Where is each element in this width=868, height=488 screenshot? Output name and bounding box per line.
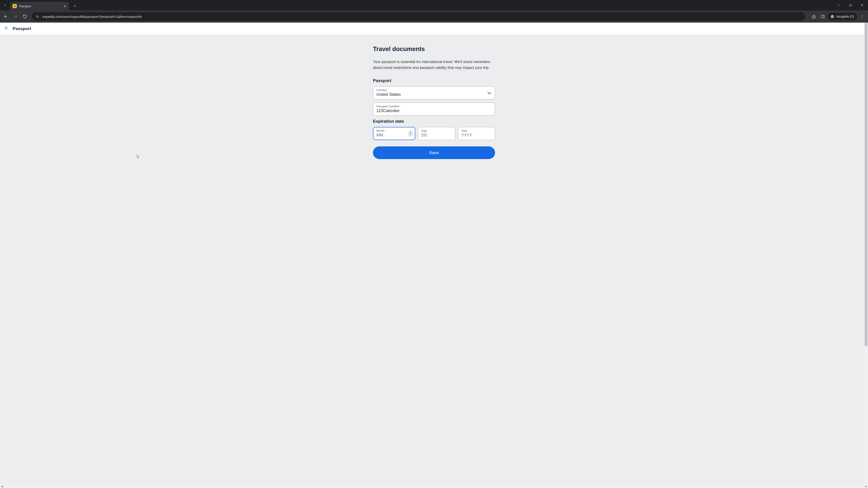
window-controls [833, 0, 868, 10]
page-title: Travel documents [373, 46, 495, 53]
svg-point-6 [36, 15, 37, 16]
required-asterisk: * [399, 105, 400, 108]
page-close-icon[interactable] [4, 26, 8, 31]
expedia-favicon-icon [13, 4, 17, 8]
expiration-month-field[interactable]: Month ▲ ▼ [373, 127, 415, 140]
browser-tab-active[interactable]: Passport ✕ [10, 2, 69, 10]
passport-number-label: Passport number* [376, 105, 492, 108]
country-label: Country [376, 88, 492, 92]
svg-marker-10 [812, 15, 815, 18]
incognito-indicator[interactable]: Incognito (2) [828, 13, 857, 20]
window-maximize-button[interactable] [844, 0, 856, 10]
expiration-year-input[interactable] [461, 133, 492, 138]
tab-search-dropdown[interactable] [0, 0, 10, 10]
hscroll-left-arrow-icon[interactable]: ◀ [0, 484, 4, 488]
passport-form: Travel documents Your passport is essent… [373, 46, 495, 159]
page-header-title: Passport [13, 26, 31, 31]
section-title-expiration: Expiration date [373, 119, 495, 124]
number-spinner[interactable]: ▲ ▼ [408, 131, 412, 136]
browser-toolbar: expedia.com/user/myprofile/passport?pwaA… [0, 10, 868, 23]
svg-point-18 [862, 16, 863, 17]
hscroll-right-arrow-icon[interactable]: ▶ [864, 484, 868, 488]
save-button[interactable]: Save [373, 147, 495, 159]
spinner-down-icon[interactable]: ▼ [409, 133, 412, 136]
section-title-passport: Passport [373, 78, 495, 83]
year-label: Year [461, 129, 492, 132]
expiration-day-field[interactable]: Day [418, 127, 455, 140]
site-settings-icon[interactable] [35, 14, 40, 19]
nav-forward-button[interactable] [11, 12, 20, 21]
new-tab-button[interactable]: + [71, 3, 78, 9]
window-minimize-button[interactable] [833, 0, 844, 10]
month-label: Month [376, 129, 407, 132]
svg-point-14 [831, 17, 832, 18]
address-bar[interactable]: expedia.com/user/myprofile/passport?pwaA… [32, 12, 805, 21]
passport-number-field[interactable]: Passport number* [373, 103, 495, 116]
expiration-year-field[interactable]: Year [458, 127, 495, 140]
vertical-scrollbar[interactable] [864, 23, 868, 484]
page-header-bar: Passport [0, 23, 868, 35]
incognito-icon [830, 14, 835, 19]
svg-point-19 [862, 18, 863, 18]
day-label: Day [421, 129, 452, 132]
passport-number-input[interactable] [376, 108, 492, 113]
svg-rect-11 [821, 15, 825, 18]
tab-title: Passport [19, 4, 31, 8]
country-select[interactable]: Country United States [373, 86, 495, 99]
country-value: United States [376, 92, 492, 97]
incognito-label: Incognito (2) [836, 15, 854, 18]
bookmark-star-icon[interactable] [810, 12, 818, 21]
browser-menu-icon[interactable] [858, 12, 866, 21]
page-viewport: Passport Travel documents Your passport … [0, 23, 868, 484]
tab-close-icon[interactable]: ✕ [64, 4, 66, 8]
svg-point-8 [38, 17, 38, 18]
nav-back-button[interactable] [2, 12, 10, 21]
window-close-button[interactable] [856, 0, 868, 10]
address-bar-url: expedia.com/user/myprofile/passport?pwaA… [42, 15, 142, 19]
side-panel-icon[interactable] [819, 12, 827, 21]
expiration-month-input[interactable] [376, 133, 407, 138]
vertical-scrollbar-thumb[interactable] [865, 23, 868, 346]
spinner-up-icon[interactable]: ▲ [409, 131, 412, 133]
browser-titlebar: Passport ✕ + [0, 0, 868, 10]
svg-point-17 [862, 15, 863, 15]
svg-point-15 [833, 17, 834, 18]
svg-rect-1 [849, 4, 851, 6]
horizontal-scrollbar[interactable]: ◀ ▶ [0, 484, 868, 488]
page-description: Your passport is essential for internati… [373, 59, 495, 70]
nav-reload-button[interactable] [21, 12, 29, 21]
svg-rect-13 [831, 16, 834, 17]
expiration-day-input[interactable] [421, 133, 452, 138]
